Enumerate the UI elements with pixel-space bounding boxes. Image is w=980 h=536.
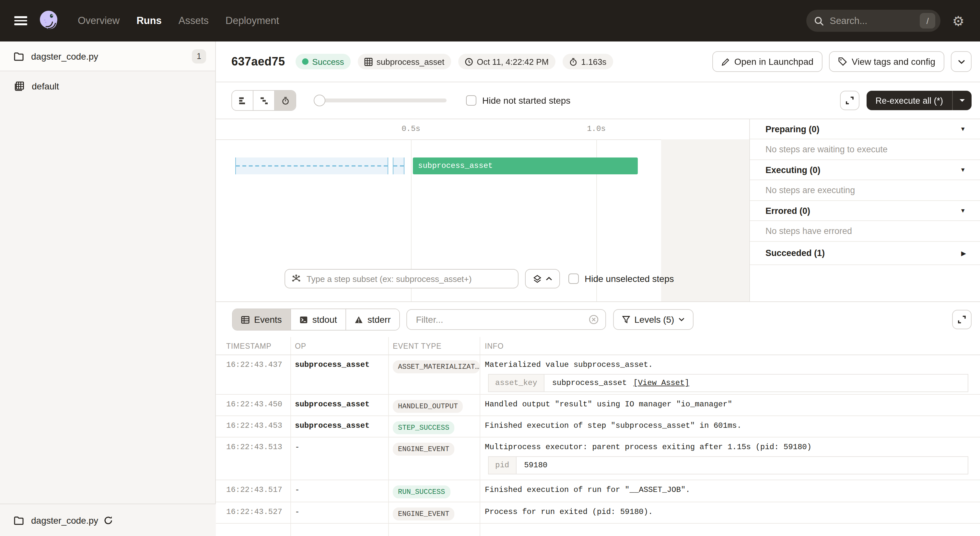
- view-waterfall-icon[interactable]: [253, 91, 275, 110]
- job-label: default: [32, 81, 59, 91]
- caret-up-icon: [546, 277, 552, 281]
- gantt-waiting-span: [393, 157, 404, 174]
- nav-item-assets[interactable]: Assets: [178, 15, 209, 27]
- run-actions-menu-button[interactable]: [951, 51, 972, 72]
- gantt-step-bar[interactable]: subprocess_asset: [413, 157, 638, 174]
- event-type-badge: RUN_SUCCESS: [393, 485, 450, 498]
- levels-filter-button[interactable]: Levels (5): [613, 309, 694, 330]
- col-timestamp: TIMESTAMP: [216, 337, 291, 355]
- asset-icon: [364, 57, 373, 66]
- col-info: INFO: [480, 337, 980, 355]
- search-shortcut-badge: /: [920, 13, 935, 29]
- panel-section-preparing[interactable]: Preparing (0) ▼: [750, 119, 980, 139]
- reexecute-all-button[interactable]: Re-execute all (*): [866, 91, 972, 110]
- event-info-text: Materialized value subprocess_asset.: [485, 360, 980, 369]
- run-header: 637aed75 Success subprocess_asset: [216, 41, 980, 82]
- caret-down-icon: ▼: [960, 167, 966, 173]
- event-row[interactable]: 16:22:43.437 subprocess_asset ASSET_MATE…: [216, 355, 980, 395]
- dagster-logo[interactable]: [38, 9, 61, 32]
- code-location-label: dagster_code.py: [31, 51, 192, 61]
- gantt-view-segmented-control: [231, 90, 296, 111]
- run-count-badge: 1: [192, 49, 206, 63]
- view-asset-link[interactable]: [View Asset]: [633, 379, 689, 388]
- view-timed-icon[interactable]: [275, 91, 296, 110]
- graph-icon: [292, 274, 301, 283]
- collapse-layers-button[interactable]: [525, 269, 560, 288]
- event-row[interactable]: 16:22:43.450 subprocess_asset HANDLED_OU…: [216, 395, 980, 416]
- event-info-text: Process for run exited (pid: 59180).: [480, 502, 980, 523]
- slider-handle[interactable]: [314, 95, 325, 106]
- asset-tag-chip[interactable]: subprocess_asset: [358, 54, 451, 69]
- event-info-text: Finished execution of run for "__ASSET_J…: [480, 480, 980, 502]
- gantt-expand-button[interactable]: [840, 91, 859, 110]
- event-type-badge: ENGINE_EVENT: [393, 507, 454, 520]
- panel-section-errored[interactable]: Errored (0) ▼: [750, 201, 980, 221]
- tab-stderr[interactable]: stderr: [346, 309, 399, 330]
- event-type-badge: HANDLED_OUTPUT: [393, 400, 463, 413]
- nav-links: Overview Runs Assets Deployment: [78, 15, 279, 27]
- panel-section-executing[interactable]: Executing (0) ▼: [750, 160, 980, 180]
- table-icon: [241, 315, 250, 324]
- hamburger-menu-icon[interactable]: [14, 16, 27, 25]
- nav-item-runs[interactable]: Runs: [137, 15, 162, 27]
- job-icon: [14, 81, 25, 91]
- caret-down-icon: ▼: [960, 126, 966, 132]
- step-subset-input[interactable]: [305, 273, 511, 284]
- gantt-toolbar: Hide not started steps Re-execute all (*…: [216, 82, 980, 119]
- open-in-launchpad-button[interactable]: Open in Launchpad: [712, 51, 822, 72]
- status-dot: [302, 58, 308, 65]
- gear-icon[interactable]: ⚙: [952, 14, 964, 27]
- panel-section-succeeded[interactable]: Succeeded (1) ▶: [750, 242, 980, 265]
- tab-stdout[interactable]: stdout: [291, 309, 346, 330]
- tab-events[interactable]: Events: [233, 309, 291, 330]
- hide-unselected-checkbox[interactable]: [568, 274, 579, 284]
- event-row-partial: [216, 524, 980, 536]
- log-filter-input[interactable]: [415, 314, 589, 325]
- events-expand-button[interactable]: [952, 310, 972, 329]
- event-type-badge: ENGINE_EVENT: [393, 443, 454, 456]
- step-subset-input-wrap: [285, 269, 519, 288]
- start-time-chip: Oct 11, 4:22:42 PM: [458, 54, 555, 69]
- chevron-down-icon: [679, 318, 684, 321]
- sidebar-item-job-default[interactable]: default: [0, 77, 215, 95]
- footer-location-label: dagster_code.py: [31, 515, 98, 525]
- layers-icon: [533, 275, 541, 283]
- event-row[interactable]: 16:22:43.527 - ENGINE_EVENT Process for …: [216, 502, 980, 524]
- hide-not-started-label: Hide not started steps: [482, 95, 570, 106]
- step-status-panel: Preparing (0) ▼ No steps are waiting to …: [749, 119, 980, 301]
- search-icon: [814, 16, 824, 25]
- expand-icon: [957, 315, 966, 324]
- nav-item-deployment[interactable]: Deployment: [226, 15, 279, 27]
- hide-unselected-label: Hide unselected steps: [585, 274, 674, 284]
- event-info-text: Handled output "result" using IO manager…: [480, 395, 980, 415]
- event-info-text: Multiprocess executor: parent process ex…: [485, 443, 980, 452]
- clock-icon: [465, 57, 473, 66]
- view-flat-icon[interactable]: [232, 91, 253, 110]
- gantt-chart: 0.5s 1.0s subprocess_asset: [216, 119, 749, 301]
- event-row[interactable]: 16:22:43.513 - ENGINE_EVENT Multiprocess…: [216, 437, 980, 480]
- folder-icon: [14, 515, 24, 525]
- hide-not-started-checkbox[interactable]: [466, 95, 476, 106]
- gantt-after-run-region: [661, 139, 749, 301]
- duration-chip: 1.163s: [562, 54, 613, 69]
- search-input[interactable]: Search... /: [806, 10, 940, 32]
- view-tags-config-button[interactable]: View tags and config: [829, 51, 944, 72]
- gantt-waiting-span: [235, 157, 388, 174]
- chevron-down-icon: [958, 59, 965, 64]
- sidebar-item-code-location[interactable]: dagster_code.py 1: [0, 41, 215, 71]
- reexecute-menu-caret[interactable]: [952, 91, 972, 110]
- nav-item-overview[interactable]: Overview: [78, 15, 119, 27]
- event-row[interactable]: 16:22:43.517 - RUN_SUCCESS Finished exec…: [216, 480, 980, 502]
- caret-right-icon: ▶: [961, 250, 966, 256]
- refresh-icon[interactable]: [103, 515, 113, 525]
- clear-icon[interactable]: [589, 314, 599, 325]
- expand-icon: [845, 96, 854, 105]
- zoom-slider[interactable]: [314, 95, 447, 106]
- pencil-icon: [721, 57, 730, 66]
- col-op: OP: [291, 337, 389, 355]
- event-type-badge: ASSET_MATERIALIZAT…: [393, 360, 480, 373]
- caret-down-icon: ▼: [960, 207, 966, 214]
- event-row[interactable]: 16:22:43.453 subprocess_asset STEP_SUCCE…: [216, 416, 980, 437]
- events-section: Events stdout stderr: [216, 301, 980, 536]
- panel-empty-preparing: No steps are waiting to execute: [750, 139, 980, 160]
